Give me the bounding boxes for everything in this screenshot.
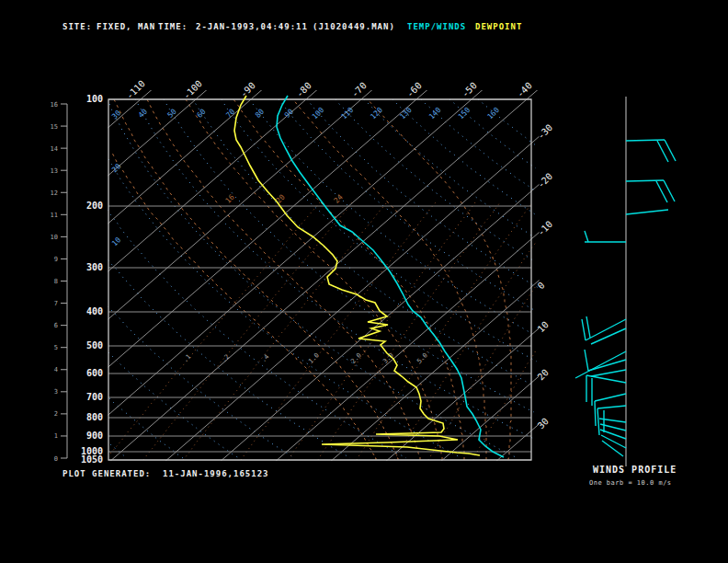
isotherm-line — [495, 86, 728, 462]
dry-adiabat-label: 80 — [254, 108, 266, 120]
dry-adiabat-label: 70 — [224, 108, 236, 120]
height-label: 13 — [51, 167, 58, 175]
height-label: 2 — [54, 410, 58, 418]
temperature-curve — [277, 96, 504, 457]
dry-adiabat-label: 50 — [166, 108, 178, 120]
temp-top-label: -80 — [294, 80, 313, 99]
pressure-label: 500 — [86, 340, 103, 350]
mixing-ratio-line — [394, 241, 537, 460]
temp-top-label: -110 — [124, 78, 147, 101]
mixing-ratio-label: .4 — [260, 353, 271, 364]
mixing-ratio-label: .2 — [221, 353, 232, 364]
moist-adiabat-line — [368, 99, 511, 460]
height-label: 14 — [51, 145, 58, 153]
isotherm-line — [0, 86, 210, 462]
wind-barb — [586, 316, 590, 338]
moist-adiabat-line — [293, 99, 486, 460]
temp-top-label: -50 — [460, 80, 479, 99]
mixing-ratio-line — [143, 202, 352, 460]
height-label: 16 — [51, 101, 58, 109]
height-label: 5 — [54, 344, 58, 351]
pressure-label: 300 — [86, 262, 103, 272]
mixing-ratio-line — [110, 202, 320, 454]
moist-adiabat-label: 20 — [275, 193, 287, 205]
wind-barb — [591, 328, 626, 344]
wind-barb — [582, 319, 586, 340]
height-label: 9 — [54, 256, 58, 263]
dry-adiabat-line — [192, 99, 531, 385]
wind-barb — [585, 231, 588, 242]
temp-right-label: 20 — [536, 367, 551, 382]
isotherm-line — [0, 86, 45, 462]
wind-barb — [626, 180, 664, 181]
pressure-label: 600 — [86, 368, 103, 378]
isotherm-line — [0, 86, 266, 462]
winds-profile-subtitle: One barb = 10.0 m/s — [589, 479, 672, 487]
height-label: 12 — [51, 190, 58, 197]
isotherm-line — [0, 86, 431, 462]
isotherm-line — [0, 86, 100, 462]
temp-right-label: -20 — [536, 171, 555, 190]
isotherm-line — [54, 86, 486, 462]
mixing-ratio-label: 1.0 — [307, 351, 321, 365]
isotherm-line — [551, 86, 728, 462]
dry-adiabat-line — [279, 99, 536, 311]
moist-adiabat-label: 24 — [333, 193, 345, 205]
isotherm-line — [0, 86, 155, 462]
dry-adiabat-line — [107, 99, 518, 458]
moist-adiabat-line — [114, 99, 398, 460]
pressure-label: 200 — [86, 201, 103, 211]
temp-top-label: -70 — [349, 80, 369, 99]
plot-generated-label: PLOT GENERATED: — [63, 469, 151, 478]
dry-adiabat-label: 30 — [110, 109, 122, 121]
dry-adiabat-label: 140 — [427, 106, 443, 121]
wind-barb — [597, 408, 599, 435]
isotherm-line — [0, 86, 376, 462]
isotherm-line — [275, 86, 707, 462]
height-label: 8 — [54, 278, 58, 285]
height-label: 7 — [54, 300, 58, 307]
pressure-label: 1050 — [81, 454, 103, 465]
pressure-label: 800 — [86, 412, 103, 422]
pressure-label: 900 — [86, 431, 103, 441]
height-label: 15 — [51, 123, 58, 131]
wind-barb — [591, 370, 626, 376]
wind-barb — [585, 350, 588, 371]
mixing-ratio-label: 5.0 — [415, 351, 429, 365]
height-label: 11 — [51, 212, 58, 219]
dry-adiabat-label: 120 — [369, 106, 384, 121]
dry-adiabat-line — [478, 99, 536, 145]
plot-generated-value: 11-JAN-1996,165123 — [163, 469, 269, 478]
sounding-screen: SITE: FIXED, MAN TIME: 2-JAN-1993,04:49:… — [0, 0, 728, 563]
dry-adiabat-line — [364, 99, 534, 237]
pressure-label: 400 — [86, 306, 103, 316]
height-label: 1 — [54, 432, 58, 440]
temp-right-label: 10 — [536, 319, 551, 334]
wind-barb — [595, 394, 626, 401]
plot-border — [108, 99, 531, 460]
moist-adiabat-line — [186, 99, 442, 460]
temp-top-label: -40 — [515, 80, 534, 99]
pressure-label: 100 — [86, 94, 103, 104]
wind-barb — [595, 401, 596, 426]
isoline-layer — [0, 86, 728, 462]
wind-barb — [600, 430, 626, 439]
winds-profile-title: WINDS PROFILE — [593, 465, 677, 475]
dry-adiabat-label: 110 — [340, 106, 356, 121]
isotherm-line — [330, 86, 728, 462]
dewpoint-curve — [234, 96, 480, 455]
height-label: 6 — [54, 322, 58, 329]
mixing-ratio-line — [318, 202, 500, 460]
dry-adiabat-line — [108, 352, 239, 458]
height-label: 3 — [54, 388, 58, 396]
mixing-ratio-line — [183, 202, 387, 460]
dry-adiabat-label: 100 — [311, 106, 326, 121]
dry-adiabat-label: 150 — [457, 106, 472, 121]
temp-right-label: -30 — [536, 122, 555, 142]
isotherm-line — [440, 86, 728, 462]
temp-right-label: 0 — [536, 280, 547, 291]
height-label: 4 — [54, 366, 58, 373]
wind-barb — [602, 441, 623, 456]
temp-right-label: -10 — [536, 219, 555, 238]
wind-barb — [597, 406, 626, 408]
